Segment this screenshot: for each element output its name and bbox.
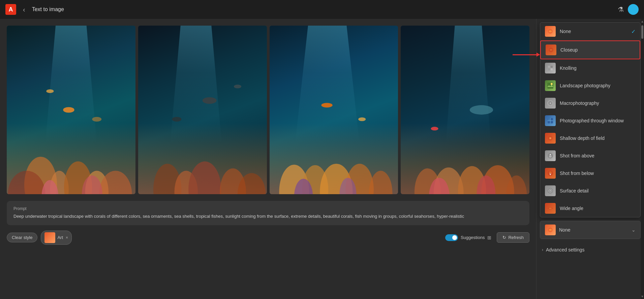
dropdown-item-surface[interactable]: Surface detail [540,182,640,200]
dropdown-item-label: Knolling [560,65,577,71]
suggestions-icon: ⊞ [487,235,491,240]
dropdown-item-window[interactable]: Photographed through window [540,112,640,129]
below-icon [545,168,556,179]
svg-rect-51 [548,118,550,120]
art-tag: Art × [41,231,72,245]
svg-point-56 [549,156,552,157]
surface-icon [545,185,556,196]
panel-scrollbar[interactable]: ▲ ▼ [641,19,644,299]
suggestions-label: Suggestions [461,235,485,240]
dropdown-item-knolling[interactable]: Knolling [540,59,640,77]
none-selector-chevron: ⌄ [632,227,636,233]
knolling-icon [545,63,556,73]
dropdown-item-label: Landscape photography [560,83,610,88]
svg-point-8 [63,107,74,113]
refresh-label: Refresh [508,235,524,240]
suggestions-row: Suggestions ⊞ [445,234,492,241]
main-area: Prompt Deep underwater tropical landscap… [0,19,644,299]
svg-point-10 [92,117,101,122]
svg-point-44 [551,83,553,85]
svg-rect-39 [548,66,550,68]
none-icon [545,26,556,37]
dropdown-item-label: Shot from above [560,153,594,158]
wide-icon [545,203,556,214]
art-tag-close[interactable]: × [66,235,68,240]
suggestions-toggle[interactable] [445,234,458,241]
flask-icon[interactable]: ⚗ [618,5,624,13]
shallow-icon [545,133,556,144]
svg-point-36 [431,127,438,130]
image-item[interactable] [7,26,135,194]
advanced-settings[interactable]: › Advanced settings [536,242,644,257]
svg-point-58 [549,172,552,173]
art-tag-label: Art [57,235,63,240]
svg-point-23 [369,171,392,194]
above-icon [545,150,556,161]
refresh-icon: ↻ [502,235,506,240]
svg-point-17 [172,117,181,122]
svg-point-16 [203,97,217,104]
closeup-icon [546,44,556,55]
svg-rect-42 [551,68,553,70]
scroll-down-button[interactable]: ▼ [641,294,644,299]
svg-point-54 [550,138,551,139]
dropdown-item-label: Photographed through window [560,118,624,123]
svg-point-47 [550,102,551,104]
dropdown-item-wide[interactable]: Wide angle [540,200,640,217]
adobe-logo: A [5,4,16,15]
dropdown-item-label: Surface detail [560,188,589,193]
prompt-area: Prompt Deep underwater tropical landscap… [7,201,529,225]
dropdown-item-below[interactable]: Shot from below [540,165,640,182]
check-icon: ✓ [631,28,636,35]
image-item[interactable] [270,26,398,194]
none-selector-label: None [559,227,628,233]
header-right: ⚗ [618,4,639,15]
svg-point-5 [99,171,132,194]
image-item[interactable] [138,26,267,194]
svg-rect-40 [551,66,553,68]
macro-icon [545,98,556,109]
prompt-label: Prompt [13,206,523,211]
dropdown-item-none[interactable]: None ✓ [540,23,640,40]
dropdown-item-label: Wide angle [560,206,583,211]
content-area: Prompt Deep underwater tropical landscap… [0,19,536,299]
image-item[interactable] [401,26,529,194]
svg-point-26 [321,103,332,108]
right-panel: None ✓ Closeup [536,19,644,299]
bottom-bar: Clear style Art × Suggestions ⊞ ↻ Refres… [7,231,529,251]
scroll-up-button[interactable]: ▲ [641,19,644,24]
svg-point-61 [550,190,551,191]
dropdown-item-landscape[interactable]: Landscape photography [540,77,640,94]
svg-point-27 [358,117,366,121]
svg-point-18 [234,85,241,88]
svg-point-9 [46,89,54,93]
clear-style-button[interactable]: Clear style [7,233,37,242]
bottom-right: Suggestions ⊞ ↻ Refresh [445,232,529,243]
dropdown-item-label: Shot from below [560,171,594,176]
window-icon [545,115,556,126]
none-selector-icon [545,225,556,235]
scroll-thumb[interactable] [641,25,643,39]
dropdown-item-label: Shallow depth of field [560,136,605,141]
user-avatar[interactable] [628,4,639,15]
dropdown-item-above[interactable]: Shot from above [540,147,640,165]
svg-rect-41 [548,68,550,70]
arrow-indicator [513,54,540,55]
refresh-button[interactable]: ↻ Refresh [497,232,529,243]
back-button[interactable]: ‹ [20,4,28,15]
advanced-settings-label: Advanced settings [546,247,584,252]
landscape-icon [545,80,556,91]
svg-point-13 [188,161,221,194]
none-selector[interactable]: None ⌄ [540,221,641,239]
dropdown-item-label: Closeup [560,47,578,53]
svg-point-35 [470,105,493,115]
header: A ‹ Text to image ⚗ [0,0,644,19]
image-grid [7,26,529,194]
advanced-chevron-icon: › [542,247,543,252]
dropdown-item-macro[interactable]: Macrophotography [540,94,640,112]
dropdown-item-closeup[interactable]: Closeup [540,40,640,59]
page-title: Text to image [32,6,64,12]
dropdown-item-shallow[interactable]: Shallow depth of field [540,129,640,147]
style-dropdown-menu: None ✓ Closeup [540,22,641,217]
dropdown-item-label: None [560,29,571,34]
